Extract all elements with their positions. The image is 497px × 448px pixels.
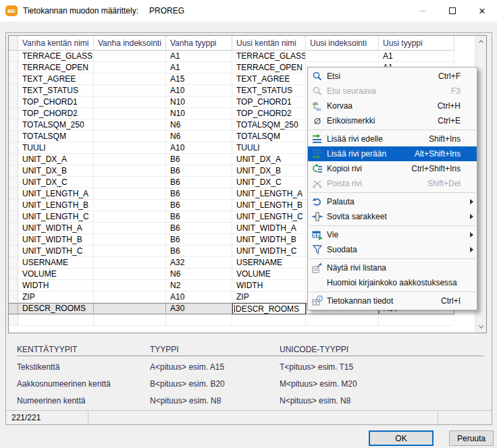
cell-new-name[interactable]: TERRACE_GLASS (232, 51, 306, 62)
menu-item-sovita-sarakkeet[interactable]: Sovita sarakkeet (308, 209, 477, 224)
scroll-down-button[interactable] (475, 321, 487, 333)
cell-old-name[interactable]: TOP_CHORD2 (18, 108, 94, 119)
cell-old-name[interactable]: UNIT_LENGTH_A (18, 188, 94, 200)
cell-new-name[interactable]: DESCR_ROOMS (232, 303, 306, 314)
menu-item-etsi[interactable]: EtsiCtrl+F (308, 69, 477, 84)
menu-item-kopioi-rivi[interactable]: Kopioi riviCtrl+Shift+Ins (308, 161, 477, 176)
cell-old-index[interactable] (94, 131, 166, 142)
cell-new-name[interactable]: TUULI (232, 142, 306, 154)
cell-old-type[interactable]: N10 (166, 96, 232, 108)
minimize-button[interactable] (408, 0, 438, 22)
cell-old-name[interactable]: UNIT_WIDTH_C (18, 246, 94, 257)
cell-old-name[interactable]: UNIT_DX_A (18, 154, 94, 165)
cell-old-type[interactable]: B6 (166, 154, 232, 165)
cell-new-name[interactable]: UNIT_WIDTH_C (232, 246, 306, 257)
cell-old-index[interactable] (94, 257, 166, 269)
cell-old-index[interactable] (94, 200, 166, 211)
cell-old-name[interactable]: UNIT_WIDTH_B (18, 234, 94, 246)
cell-old-index[interactable] (94, 280, 166, 291)
menu-item-suodata[interactable]: Suodata (308, 242, 477, 257)
cell-old-type[interactable]: A10 (166, 142, 232, 154)
cell-old-index[interactable] (94, 188, 166, 200)
cell-old-name[interactable]: TUULI (18, 142, 94, 154)
cell-old-index[interactable] (94, 177, 166, 188)
cell-old-type[interactable]: B6 (166, 234, 232, 246)
menu-item-lis-rivi-per-n[interactable]: Lisää rivi peräänAlt+Shift+Ins (308, 146, 477, 161)
cell-new-name[interactable]: ZIP (232, 291, 306, 303)
close-button[interactable]: ✕ (467, 0, 497, 22)
cell-old-name[interactable]: UNIT_DX_B (18, 165, 94, 177)
column-header-uusi-tyyppi[interactable]: Uusi tyyppi (379, 36, 454, 51)
cell-old-type[interactable]: A10 (166, 85, 232, 96)
cell-old-index[interactable] (94, 291, 166, 303)
cell-new-name[interactable]: TOTALSQM (232, 131, 306, 142)
cell-old-type[interactable]: A1 (166, 51, 232, 62)
cell-old-index[interactable] (94, 165, 166, 177)
cell-old-type[interactable]: N2 (166, 280, 232, 291)
cell-old-index[interactable] (94, 142, 166, 154)
cell-old-type[interactable]: A10 (166, 291, 232, 303)
cell-old-index[interactable] (94, 74, 166, 85)
cell-old-name[interactable]: USERNAME (18, 257, 94, 269)
column-header-vanha-indeksointi[interactable]: Vanha indeksointi (94, 36, 166, 51)
cell-old-type[interactable]: A32 (166, 257, 232, 269)
cell-new-type[interactable]: A1 (379, 51, 454, 62)
cell-old-type[interactable]: B6 (166, 211, 232, 223)
menu-item-vie[interactable]: Vie (308, 227, 477, 242)
cell-new-name[interactable]: USERNAME (232, 257, 306, 269)
cell-old-type[interactable]: B6 (166, 223, 232, 234)
menu-item-tietokannan-tiedot[interactable]: iTietokannan tiedotCtrl+I (308, 293, 477, 308)
cell-old-index[interactable] (94, 246, 166, 257)
menu-item-n-yt-rivi-listana[interactable]: Näytä rivi listana (308, 260, 477, 275)
cell-old-name[interactable]: UNIT_LENGTH_C (18, 211, 94, 223)
cell-old-index[interactable] (94, 269, 166, 280)
cell-old-index[interactable] (94, 119, 166, 131)
cell-new-name[interactable]: UNIT_WIDTH_B (232, 234, 306, 246)
cell-old-index[interactable] (94, 154, 166, 165)
cell-old-index[interactable] (94, 303, 166, 314)
cell-new-name[interactable]: VOLUME (232, 269, 306, 280)
cell-old-index[interactable] (94, 234, 166, 246)
menu-item-erikoismerkki[interactable]: ØErikoismerkkiCtrl+E (308, 113, 477, 128)
cell-new-name[interactable]: TOTALSQM_250 (232, 119, 306, 131)
cell-old-type[interactable]: B6 (166, 246, 232, 257)
menu-item-huomioi-kirjainkoko-aakkostuksessa[interactable]: Huomioi kirjainkoko aakkostuksessa (308, 275, 477, 290)
scroll-up-button[interactable] (475, 36, 487, 47)
cell-old-name[interactable]: ZIP (18, 291, 94, 303)
cell-new-name[interactable]: UNIT_DX_A (232, 154, 306, 165)
cell-new-name[interactable]: TOP_CHORD2 (232, 108, 306, 119)
cell-new-name[interactable]: UNIT_LENGTH_A (232, 188, 306, 200)
cell-old-name[interactable]: TOTALSQM (18, 131, 94, 142)
cell-old-type[interactable]: N6 (166, 119, 232, 131)
cell-old-type[interactable]: B6 (166, 200, 232, 211)
cell-new-name[interactable]: TERRACE_OPEN (232, 62, 306, 74)
column-header-uusi-indeksointi[interactable]: Uusi indeksointi (306, 36, 379, 51)
maximize-button[interactable] (438, 0, 467, 22)
cell-old-type[interactable]: B6 (166, 177, 232, 188)
cell-new-name[interactable]: UNIT_WIDTH_A (232, 223, 306, 234)
cancel-button[interactable]: Peruuta (449, 430, 494, 446)
cell-old-name[interactable]: TEXT_STATUS (18, 85, 94, 96)
cell-old-index[interactable] (94, 108, 166, 119)
cell-old-type[interactable]: A30 (166, 303, 232, 314)
cell-new-name[interactable]: TOP_CHORD1 (232, 96, 306, 108)
cell-new-name[interactable]: UNIT_DX_B (232, 165, 306, 177)
menu-item-korvaa[interactable]: abacKorvaaCtrl+H (308, 99, 477, 113)
cell-old-name[interactable]: TOTALSQM_250 (18, 119, 94, 131)
cell-old-name[interactable]: UNIT_WIDTH_A (18, 223, 94, 234)
menu-item-lis-rivi-edelle[interactable]: Lisää rivi edelleShift+Ins (308, 132, 477, 146)
cell-old-type[interactable]: N6 (166, 131, 232, 142)
cell-new-name[interactable]: UNIT_DX_C (232, 177, 306, 188)
cell-old-name[interactable]: UNIT_DX_C (18, 177, 94, 188)
cell-old-type[interactable]: A15 (166, 74, 232, 85)
cell-new-name[interactable]: TEXT_AGREE (232, 74, 306, 85)
cell-old-type[interactable]: B6 (166, 188, 232, 200)
menu-item-palauta[interactable]: Palauta (308, 194, 477, 209)
cell-new-index[interactable] (306, 51, 379, 62)
cell-old-index[interactable] (94, 223, 166, 234)
cell-old-index[interactable] (94, 211, 166, 223)
cell-old-index[interactable] (94, 96, 166, 108)
cell-old-type[interactable]: N10 (166, 108, 232, 119)
cell-new-name[interactable]: UNIT_LENGTH_C (232, 211, 306, 223)
cell-new-name[interactable]: TEXT_STATUS (232, 85, 306, 96)
